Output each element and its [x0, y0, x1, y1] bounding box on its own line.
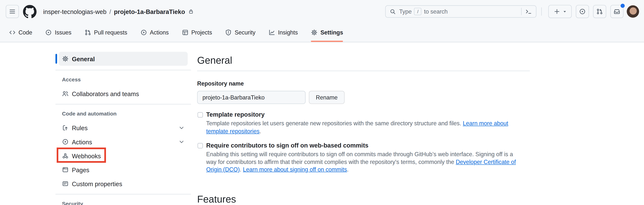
settings-sidebar: General Access Collaborators and teams C…: [55, 42, 191, 205]
sidebar-item-webhooks[interactable]: Webhooks: [59, 149, 188, 163]
gear-icon: [311, 29, 318, 36]
learn-more-signoff-link[interactable]: Learn more about signing off on commits: [243, 166, 347, 173]
breadcrumb-owner-link[interactable]: insper-tecnologias-web: [43, 8, 106, 15]
tab-code[interactable]: Code: [6, 23, 36, 42]
play-icon: [62, 138, 68, 145]
sidebar-divider: [55, 194, 191, 194]
breadcrumb-repo-link[interactable]: projeto-1a-BarbaraTieko: [114, 8, 185, 15]
tab-insights[interactable]: Insights: [265, 23, 301, 42]
signoff-text: Require contributors to sign off on web-…: [206, 142, 518, 173]
repository-name-label: Repository name: [197, 80, 530, 87]
rules-icon: [62, 125, 68, 131]
template-repository-text: Template repository Template repositorie…: [206, 111, 518, 135]
breadcrumb-separator: /: [110, 8, 111, 15]
table-icon: [182, 29, 188, 36]
search-divider: [521, 8, 522, 15]
user-avatar[interactable]: [627, 5, 639, 18]
sidebar-list: Collaborators and teams: [55, 87, 191, 101]
page-title: General: [197, 54, 530, 67]
sidebar-section-access: Access: [62, 77, 191, 83]
search-placeholder-prefix: Type: [399, 8, 412, 15]
sidebar-item-label: General: [72, 55, 95, 62]
sidebar-divider: [55, 70, 191, 70]
issues-dashboard-button[interactable]: [576, 5, 589, 18]
github-logo[interactable]: [23, 5, 36, 18]
signoff-checkbox[interactable]: [198, 143, 203, 148]
features-section-title: Features: [197, 192, 530, 205]
repository-name-input[interactable]: [197, 91, 306, 104]
note-icon: [62, 180, 68, 187]
description-text: Template repositories let users generate…: [206, 120, 463, 127]
sidebar-item-collaborators-and-teams[interactable]: Collaborators and teams: [59, 87, 188, 101]
tab-label: Projects: [191, 29, 212, 36]
tab-label: Settings: [320, 29, 343, 36]
signoff-description: Enabling this setting will require contr…: [206, 150, 518, 173]
tab-label: Code: [18, 29, 32, 36]
sidebar-item-label: Collaborators and teams: [72, 90, 139, 97]
webhook-icon: [62, 152, 68, 159]
sidebar-section-code-and-automation: Code and automation: [62, 111, 191, 117]
sidebar-divider: [55, 104, 191, 104]
tab-projects[interactable]: Projects: [178, 23, 215, 42]
sidebar-item-label: Custom properties: [72, 180, 122, 187]
hamburger-menu-button[interactable]: [6, 5, 19, 18]
template-repository-title: Template repository: [206, 111, 518, 118]
slash-key-hint: /: [414, 8, 422, 15]
rename-row: Rename: [197, 91, 530, 104]
play-icon: [140, 29, 147, 36]
tab-label: Security: [235, 29, 255, 36]
code-icon: [9, 29, 16, 36]
lock-icon: [188, 9, 194, 15]
caret-down-icon: [563, 11, 566, 13]
graph-icon: [268, 29, 275, 36]
pull-requests-dashboard-button[interactable]: [593, 5, 606, 18]
issue-opened-icon: [579, 8, 586, 15]
tab-actions[interactable]: Actions: [137, 23, 172, 42]
sidebar-item-actions[interactable]: Actions: [59, 135, 188, 149]
sidebar-item-label: Actions: [72, 138, 92, 145]
notification-dot: [621, 4, 625, 8]
sidebar-item-label: Webhooks: [72, 152, 101, 159]
header-divider: [541, 7, 542, 16]
search-placeholder-suffix: to search: [424, 8, 448, 15]
plus-icon: [554, 8, 560, 15]
header-actions: [576, 5, 624, 18]
sidebar-item-rules[interactable]: Rules: [59, 121, 188, 135]
sidebar-item-pages[interactable]: Pages: [59, 163, 188, 177]
people-icon: [62, 90, 68, 97]
git-pull-request-icon: [596, 8, 603, 15]
chevron-down-icon[interactable]: [179, 139, 184, 145]
tab-label: Pull requests: [94, 29, 127, 36]
sidebar-item-custom-properties[interactable]: Custom properties: [59, 177, 188, 191]
tab-label: Insights: [278, 29, 298, 36]
template-repository-description: Template repositories let users generate…: [206, 120, 518, 135]
template-repository-checkbox[interactable]: [198, 112, 203, 117]
tab-settings[interactable]: Settings: [308, 23, 346, 42]
tab-pull-requests[interactable]: Pull requests: [81, 23, 131, 42]
search-icon: [390, 9, 396, 15]
description-text: .: [260, 128, 261, 134]
repo-nav: Code Issues Pull requests Actions Projec…: [0, 23, 644, 42]
issue-opened-icon: [46, 29, 52, 36]
breadcrumb: insper-tecnologias-web / projeto-1a-Barb…: [43, 8, 194, 15]
inbox-icon: [614, 8, 620, 15]
git-pull-request-icon: [84, 29, 91, 36]
tab-issues[interactable]: Issues: [42, 23, 74, 42]
github-logo-icon: [23, 5, 36, 18]
create-new-button[interactable]: [548, 5, 572, 18]
chevron-down-icon[interactable]: [179, 125, 184, 131]
three-bars-icon: [9, 8, 16, 15]
sidebar-list: Rules Actions Webhooks Pages: [55, 121, 191, 191]
sidebar-section-security: Security: [62, 200, 191, 205]
global-header: insper-tecnologias-web / projeto-1a-Barb…: [0, 0, 644, 23]
template-repository-setting: Template repository Template repositorie…: [197, 111, 530, 135]
notifications-inbox-button[interactable]: [610, 5, 624, 18]
tab-security[interactable]: Security: [222, 23, 259, 42]
settings-content: General Access Collaborators and teams C…: [0, 42, 644, 205]
title-divider: [197, 71, 530, 71]
sidebar-item-general[interactable]: General: [59, 52, 188, 66]
search-input[interactable]: Type / to search: [385, 5, 536, 18]
rename-button[interactable]: Rename: [309, 91, 344, 104]
description-text: .: [240, 166, 243, 173]
command-palette-icon[interactable]: [525, 8, 532, 15]
